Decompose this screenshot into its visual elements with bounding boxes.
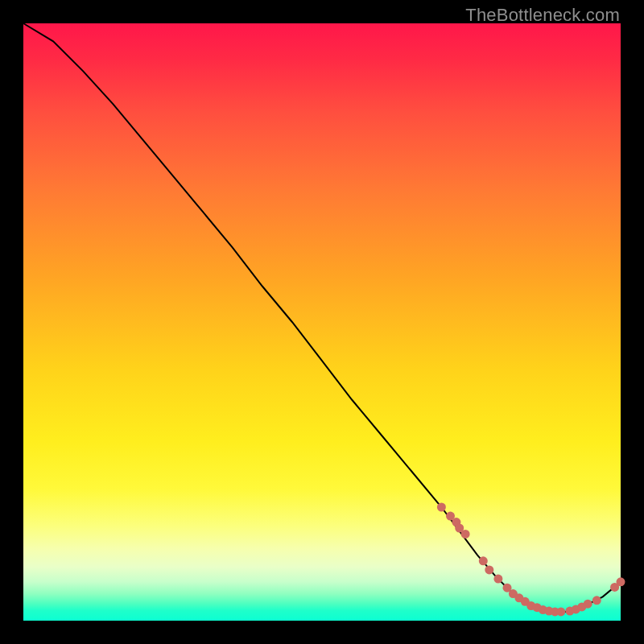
highlight-dot <box>584 600 592 609</box>
highlight-dot <box>479 556 488 565</box>
highlight-dot <box>493 575 502 584</box>
highlight-dot <box>617 577 625 586</box>
highlight-dot <box>437 503 446 512</box>
highlight-dot <box>461 530 470 539</box>
highlight-dot <box>556 607 565 616</box>
highlight-dot <box>592 596 601 605</box>
bottleneck-curve <box>23 23 621 612</box>
curve-overlay <box>23 23 621 621</box>
highlight-dot <box>485 565 493 574</box>
highlight-dots-group <box>437 503 625 617</box>
